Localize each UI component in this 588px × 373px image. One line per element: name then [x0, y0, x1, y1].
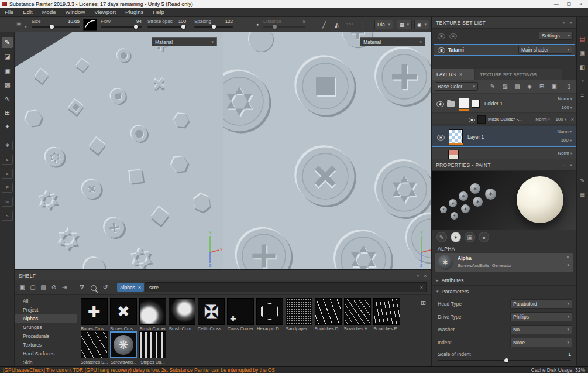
- texture-set-solo-icon[interactable]: [449, 33, 457, 39]
- add-fill-layer-icon[interactable]: ◈: [525, 82, 534, 91]
- search-icon[interactable]: [91, 285, 97, 291]
- shelf-item[interactable]: Brush Corn...: [168, 298, 196, 331]
- display-dock-icon[interactable]: ▣: [578, 49, 587, 57]
- shelf-item[interactable]: ✖ Bones Cros...: [109, 298, 137, 331]
- refresh-icon[interactable]: ↺: [101, 283, 109, 292]
- subtab-stencil-icon[interactable]: ▣: [465, 232, 475, 242]
- menu-window[interactable]: Window: [60, 9, 90, 15]
- camera-mode-dropdown[interactable]: ◉ ▾: [414, 20, 429, 29]
- plugin-button-3[interactable]: s: [2, 169, 13, 179]
- alpha-chevron-icon[interactable]: ▾: [567, 263, 569, 268]
- eye-icon[interactable]: [438, 47, 445, 53]
- blend-mode-dropdown[interactable]: Norm▾: [535, 117, 550, 122]
- grid-view-icon[interactable]: ⊞: [421, 299, 426, 307]
- attributes-section-header[interactable]: ▸ Attributes: [432, 275, 577, 286]
- minimize-button[interactable]: —: [554, 1, 559, 6]
- properties-float-icon[interactable]: ▫: [563, 162, 565, 168]
- layer-row-mask-builder[interactable]: Mask Builder -... Norm▾ 100▾ ×: [432, 114, 577, 125]
- layer-visibility-icon[interactable]: [437, 135, 445, 141]
- menu-viewport[interactable]: Viewport: [90, 9, 121, 15]
- shelf-item[interactable]: ✠ Celtic Cross...: [197, 298, 225, 331]
- texture-set-settings-dropdown[interactable]: Settings ▾: [539, 32, 573, 40]
- menu-help[interactable]: Help: [148, 9, 169, 15]
- smudge-tool-button[interactable]: ∿: [2, 93, 13, 104]
- effect-name[interactable]: Mask Builder -...: [488, 117, 522, 122]
- alpha-clear-icon[interactable]: ×: [566, 254, 569, 260]
- shelf-float-icon[interactable]: ▫: [417, 273, 419, 279]
- texture-set-float-icon[interactable]: ▫: [563, 20, 565, 26]
- shelf-item[interactable]: Sandpaper ...: [285, 298, 313, 331]
- search-input[interactable]: [148, 284, 420, 291]
- category-alphas[interactable]: Alphas: [15, 314, 77, 323]
- category-all[interactable]: All: [15, 297, 77, 306]
- tab-layers-close-icon[interactable]: ×: [459, 71, 462, 77]
- shelf-close-icon[interactable]: ×: [424, 273, 427, 279]
- subtab-brush-icon[interactable]: ✎: [436, 232, 447, 242]
- blend-mode-dropdown[interactable]: Norm▾: [558, 96, 572, 101]
- tab-layers[interactable]: LAYERS ×: [432, 69, 474, 80]
- layer-name[interactable]: Layer 1: [467, 134, 484, 140]
- subtab-alpha-icon[interactable]: ✶: [451, 232, 461, 242]
- log-dock-icon[interactable]: ≡: [578, 91, 587, 100]
- layer-thumbnail[interactable]: [459, 98, 469, 108]
- shelf-new-icon[interactable]: ▢: [29, 283, 37, 292]
- tab-texture-set-settings[interactable]: TEXTURE SET SETTINGS: [475, 69, 562, 80]
- clone-tool-button[interactable]: ⊞: [2, 107, 13, 118]
- texture-set-row-tatami[interactable]: Tatami Main shader ▾: [434, 44, 575, 56]
- layer-visibility-icon[interactable]: [469, 118, 475, 123]
- material-view-dropdown-2d[interactable]: Material ▾: [360, 37, 425, 46]
- plugin-button-2[interactable]: s: [2, 155, 13, 165]
- layer-row-partial[interactable]: Norm▾: [432, 148, 577, 159]
- drive-type-dropdown[interactable]: Phillips ▾: [510, 312, 572, 321]
- viewport-3d-canvas[interactable]: [15, 32, 223, 269]
- shelf-item[interactable]: ✚ Cross Corner: [226, 298, 255, 331]
- plugin-button-5[interactable]: io: [2, 197, 13, 207]
- layer-mask-thumbnail[interactable]: [472, 100, 480, 108]
- channel-dropdown[interactable]: Base Color ▾: [435, 82, 478, 91]
- blend-mode-dropdown[interactable]: Norm▾: [558, 150, 572, 156]
- washer-dropdown[interactable]: No ▾: [510, 325, 572, 334]
- indent-dropdown[interactable]: None ▾: [510, 338, 572, 347]
- opacity-dropdown[interactable]: 100▾: [561, 138, 572, 143]
- shelf-search-field[interactable]: ×: [145, 282, 427, 292]
- parameters-section-header[interactable]: ▾ Parameters: [432, 287, 577, 296]
- shelf-item-selected[interactable]: ❋ ScrewsAnd...: [109, 331, 137, 365]
- shelf-export-icon[interactable]: ⇥: [60, 283, 68, 292]
- menu-file[interactable]: File: [0, 9, 18, 15]
- properties-close-icon[interactable]: ×: [569, 162, 573, 168]
- material-dock-icon[interactable]: ▤: [578, 35, 587, 43]
- shelf-item[interactable]: ✚ Bones Cros...: [80, 298, 108, 331]
- spacing-control[interactable]: Spacing 122: [194, 18, 233, 31]
- opacity-dropdown[interactable]: 100▾: [561, 105, 572, 110]
- texture-set-visibility-icon[interactable]: [438, 33, 445, 39]
- add-folder-icon[interactable]: ▣: [549, 82, 559, 91]
- add-layer-icon[interactable]: ⊞: [537, 82, 546, 91]
- add-smart-material-icon[interactable]: ▤: [513, 82, 522, 91]
- layers-dock-icon[interactable]: ▦: [578, 190, 587, 199]
- effect-thumbnail[interactable]: [477, 115, 486, 124]
- size-control[interactable]: Size 10.65: [32, 18, 80, 31]
- polygon-fill-tool-button[interactable]: ▩: [2, 79, 13, 90]
- menu-edit[interactable]: Edit: [18, 9, 37, 15]
- add-effect-icon[interactable]: ✎: [488, 82, 497, 91]
- main-shader-dropdown[interactable]: Main shader ▾: [518, 46, 572, 54]
- layer-row-layer1-selected[interactable]: Layer 1 Norm▾ 100▾: [432, 126, 577, 147]
- brush-preview[interactable]: ✶ ✶ ✶ ✶ ✶ ✶ ✶ ✶: [432, 171, 577, 230]
- shelf-add-resource-icon[interactable]: ▣: [18, 283, 26, 292]
- remove-effect-icon[interactable]: ×: [571, 117, 574, 122]
- symmetry-icon[interactable]: ◭: [332, 20, 342, 29]
- category-textures[interactable]: Textures: [15, 341, 77, 350]
- filter-tag-close-icon[interactable]: ×: [138, 285, 141, 290]
- brush-falloff-preview[interactable]: [83, 19, 97, 31]
- layer-thumbnail[interactable]: [448, 150, 459, 159]
- shelf-hide-icon[interactable]: ⊘: [50, 283, 58, 292]
- menu-plugins[interactable]: Plugins: [121, 9, 148, 15]
- stroke-line-icon[interactable]: ╱: [319, 20, 329, 29]
- material-picker-tool-button[interactable]: ✦: [2, 121, 13, 132]
- paint-tool-button[interactable]: ✎: [2, 37, 13, 48]
- head-type-dropdown[interactable]: Paraboloid ▾: [510, 299, 572, 309]
- blend-mode-dropdown[interactable]: Norm▾: [557, 129, 572, 134]
- projection-tool-button[interactable]: ▣: [2, 65, 13, 76]
- shelf-item[interactable]: Hexagon D...: [256, 298, 284, 331]
- alpha-resource-selector[interactable]: ✶ Alpha ScrewsAndBolts_Generator × ▾: [435, 253, 573, 272]
